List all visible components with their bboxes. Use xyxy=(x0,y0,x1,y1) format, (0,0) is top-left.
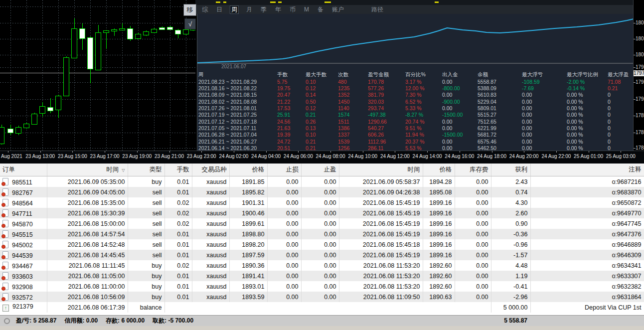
stats-value: 5229.04 xyxy=(478,99,496,105)
toolbar-item-周[interactable]: 周 xyxy=(230,5,239,14)
orders-col-header[interactable]: 价格 xyxy=(423,164,455,176)
price-axis-label: 1795 xyxy=(636,79,644,85)
orders-col-header[interactable]: 价格 xyxy=(229,164,267,176)
stats-value: 577.26 xyxy=(368,85,384,91)
table-cell: 0.00 xyxy=(267,271,301,281)
confirm-check-button[interactable]: √ xyxy=(184,18,196,29)
stats-value: 381.79 xyxy=(368,92,384,98)
time-tick xyxy=(8,151,8,153)
order-doc-icon xyxy=(2,241,8,248)
table-cell: o:9631864 xyxy=(530,292,644,302)
table-row[interactable]: 9445392021.06.08 14:45:45sell0.01xauusd1… xyxy=(0,250,644,260)
toolbar-item-币[interactable]: 币 xyxy=(289,6,297,13)
table-cell: 1901.31 xyxy=(229,197,267,208)
candlestick-chart[interactable] xyxy=(0,0,195,151)
price-axis[interactable]: 1806180318001798179517921789178617841797 xyxy=(633,0,644,151)
table-cell: 0.00 xyxy=(455,197,491,208)
toolbar-item-备[interactable]: 备 xyxy=(317,6,324,13)
toolbar-item-日[interactable]: 日 xyxy=(215,6,223,13)
order-doc-icon xyxy=(2,188,8,196)
table-cell: 4.30 xyxy=(491,197,530,208)
time-tick xyxy=(556,151,557,153)
stats-value: 9.51 % xyxy=(405,125,422,131)
toolbar-item-季[interactable]: 季 xyxy=(260,6,268,13)
order-doc-icon xyxy=(2,178,8,185)
table-cell: 0.00 xyxy=(455,187,491,197)
stats-header: 最大浮盈 xyxy=(608,71,629,78)
toolbar-item-综[interactable]: 综 xyxy=(201,6,209,13)
time-tick xyxy=(395,151,395,153)
table-cell: 1899.16 xyxy=(423,197,455,208)
table-cell: sell xyxy=(128,250,164,260)
table-row[interactable]: 9329082021.06.08 11:00:00buy0.01xauusd18… xyxy=(0,281,644,292)
stats-value: 0.21 xyxy=(306,139,316,145)
table-cell: 2021.06.08 11:53:20 xyxy=(339,281,423,292)
time-axis[interactable]: Aug 202123 Aug 13:0023 Aug 15:0023 Aug 1… xyxy=(0,151,644,164)
orders-col-header[interactable]: 订单 xyxy=(0,164,47,176)
table-cell: o:9646309 xyxy=(530,250,644,260)
table-row[interactable]: 9344672021.06.08 11:11:45buy0.02xauusd18… xyxy=(0,260,644,271)
table-cell: 2021.06.08 14:57:54 xyxy=(47,229,128,239)
table-row[interactable]: 9485642021.06.08 15:35:00sell0.02xauusd1… xyxy=(0,197,644,208)
orders-col-header[interactable]: 库存费 xyxy=(455,164,491,176)
stats-value: 11.94 % xyxy=(405,132,424,138)
toolbar-item-账户[interactable]: 账户 xyxy=(331,6,345,13)
table-row[interactable]: 9477112021.06.08 15:30:39sell0.02xauusd1… xyxy=(0,208,644,218)
table-cell: 0.00 xyxy=(301,292,339,302)
stats-value: 21.22 xyxy=(277,99,290,105)
stats-value: 606.26 xyxy=(368,132,384,138)
table-row[interactable]: 9455152021.06.08 14:57:54sell0.01xauusd1… xyxy=(0,229,644,239)
table-row[interactable]: 9325722021.06.08 10:56:09buy0.01xauusd18… xyxy=(0,292,644,302)
table-cell: 0.74 xyxy=(491,187,530,197)
orders-col-header[interactable]: 止盈 xyxy=(301,164,339,176)
table-row[interactable]: 9827672021.06.09 04:05:00sell0.01xauusd1… xyxy=(0,187,644,197)
stats-value: 0.13 xyxy=(306,125,316,131)
orders-col-header[interactable]: 注释 xyxy=(530,164,644,176)
stats-period: 2021.08.23 ~ 2021.08.29 xyxy=(198,79,257,85)
stats-header: 次数 xyxy=(338,71,348,78)
table-row[interactable]: 9450022021.06.08 14:52:48sell0.01xauusd1… xyxy=(0,239,644,250)
table-cell: xauusd xyxy=(192,281,229,292)
table-cell: 1899.16 xyxy=(423,250,455,260)
time-tick xyxy=(363,151,363,153)
toolbar-item-M[interactable]: M xyxy=(303,6,310,13)
time-tick xyxy=(589,151,589,153)
stats-value: 0.21 xyxy=(306,145,316,151)
balance-curve-panel[interactable]: 2021.06.07 周手数最大手数次数盈亏金额百分比%出入金余额最大浮亏最大浮… xyxy=(197,14,633,151)
orders-col-header[interactable]: 时间 xyxy=(339,164,423,176)
move-button[interactable]: 移 xyxy=(183,4,196,16)
stats-value: 1256 xyxy=(338,145,349,151)
balance-total: 5 558.87 xyxy=(504,316,527,326)
stats-value: 286.11 xyxy=(368,145,383,151)
weekly-stats-table: 周手数最大手数次数盈亏金额百分比%出入金余额最大浮亏最大浮亏比例最大浮盈2021… xyxy=(197,14,633,151)
table-cell: 0.00 xyxy=(301,176,339,187)
orders-col-header[interactable]: 止损 xyxy=(267,164,301,176)
table-cell: 0.01 xyxy=(164,292,192,302)
table-row[interactable]: 9336032021.06.08 11:05:00buy0.01xauusd18… xyxy=(0,271,644,281)
table-cell: o:9687216 xyxy=(530,176,644,187)
stats-value: 19.39 xyxy=(277,132,290,138)
orders-col-header[interactable]: 时间▽ xyxy=(47,164,128,176)
stats-period: 2021.06.21 ~ 2021.06.27 xyxy=(198,139,257,145)
orders-col-header[interactable]: 手数 xyxy=(164,164,192,176)
table-row[interactable]: ↑9213792021.06.08 06:17:39balance5 000.0… xyxy=(0,302,644,313)
orders-col-header[interactable]: 获利 xyxy=(491,164,530,176)
orders-header-row[interactable]: 订单时间▽类型手数交易品种价格止损止盈时间价格库存费获利注释 xyxy=(0,164,644,176)
table-row[interactable]: 9855112021.06.09 05:35:00buy0.01xauusd18… xyxy=(0,176,644,187)
table-cell: xauusd xyxy=(192,250,229,260)
orders-col-header[interactable]: 交易品种 xyxy=(192,164,229,176)
toolbar-item-年[interactable]: 年 xyxy=(274,6,282,13)
stats-value: -1500.00 xyxy=(442,112,463,118)
table-row[interactable]: 9458702021.06.08 15:00:00sell0.02xauusd1… xyxy=(0,218,644,229)
table-cell: xauusd xyxy=(192,187,229,197)
time-axis-label: 24 Aug 06:00 xyxy=(284,154,313,159)
orders-col-header[interactable]: 类型 xyxy=(128,164,164,176)
stats-value: 1511 xyxy=(338,119,349,125)
stats-value: 0.00 xyxy=(442,105,452,111)
toolbar-item-路径[interactable]: 路径 xyxy=(370,6,384,13)
stats-value: 0.00 xyxy=(442,145,452,151)
table-cell: buy xyxy=(128,176,164,187)
stats-period: 2021.08.02 ~ 2021.08.08 xyxy=(198,99,257,105)
table-cell: o:9683870 xyxy=(530,187,644,197)
toolbar-item-月[interactable]: 月 xyxy=(245,6,253,13)
